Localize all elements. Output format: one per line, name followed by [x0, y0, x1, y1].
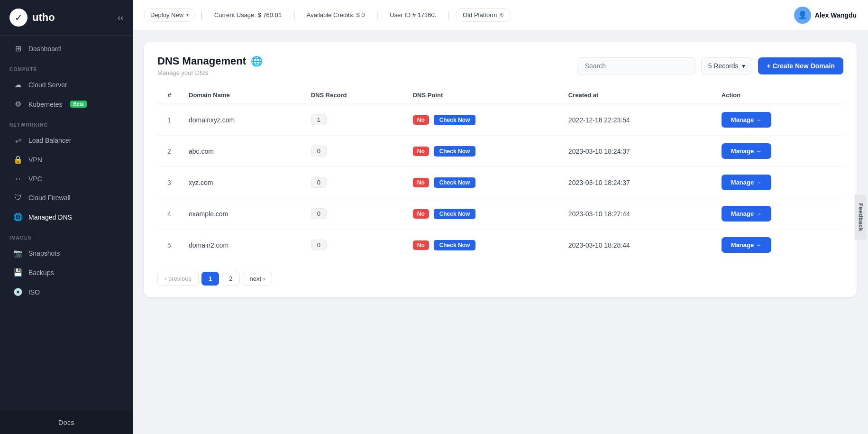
search-input[interactable]: [577, 57, 695, 74]
table-row: 3 xyz.com 0 No Check Now 2023-03-10 18:2…: [157, 167, 843, 198]
collapse-button[interactable]: ‹‹: [118, 13, 123, 23]
row-domain: domain2.com: [181, 230, 303, 261]
row-dns-point: No Check Now: [405, 104, 561, 136]
manage-button[interactable]: Manage →: [722, 112, 771, 128]
row-dns-record: 1: [303, 104, 405, 136]
card-actions: 5 Records ▾ + Create New Domain: [577, 57, 843, 74]
next-page-button[interactable]: next ›: [243, 272, 273, 286]
row-num: 2: [157, 136, 181, 167]
vpn-icon: 🔒: [13, 155, 23, 164]
card-title: DNS Management 🌐: [157, 55, 263, 67]
kubernetes-label: Kubernetes: [28, 101, 63, 108]
dns-record-badge: 0: [311, 240, 327, 250]
username-label: Alex Wangdu: [815, 11, 857, 19]
manage-button[interactable]: Manage →: [722, 237, 771, 253]
table-row: 5 domain2.com 0 No Check Now 2023-03-10 …: [157, 230, 843, 261]
sidebar-item-vpc[interactable]: ↔ VPC: [4, 170, 129, 188]
avatar: 👤: [794, 7, 811, 24]
logo-icon: ✓: [9, 9, 27, 27]
cloud-firewall-label: Cloud Firewall: [28, 194, 71, 202]
old-platform-icon: ⎋: [500, 11, 503, 18]
row-domain: abc.com: [181, 136, 303, 167]
sidebar-item-load-balancer[interactable]: ⇌ Load Balancer: [4, 131, 129, 149]
card-title-area: DNS Management 🌐 Manage your DNS: [157, 55, 263, 76]
sidebar-item-cloud-firewall[interactable]: 🛡 Cloud Firewall: [4, 189, 129, 207]
no-badge: No: [413, 178, 429, 187]
create-new-domain-button[interactable]: + Create New Domain: [758, 57, 843, 74]
row-domain: xyz.com: [181, 167, 303, 198]
topbar-sep-3: |: [376, 10, 378, 20]
manage-button[interactable]: Manage →: [722, 206, 771, 222]
sidebar-item-kubernetes[interactable]: ⚙ Kubernetes Beta: [4, 95, 129, 113]
snapshots-icon: 📷: [13, 249, 23, 258]
col-dns-point: DNS Point: [405, 87, 561, 104]
snapshots-label: Snapshots: [28, 249, 60, 257]
no-badge: No: [413, 115, 429, 125]
backups-label: Backups: [28, 269, 54, 277]
sidebar-item-iso[interactable]: 💿 ISO: [4, 283, 129, 301]
row-dns-record: 0: [303, 136, 405, 167]
page-1-button[interactable]: 1: [201, 272, 219, 286]
load-balancer-icon: ⇌: [13, 136, 23, 145]
vpn-label: VPN: [28, 156, 42, 164]
sidebar-item-backups[interactable]: 💾 Backups: [4, 263, 129, 282]
docs-button[interactable]: Docs: [0, 411, 133, 434]
sidebar-item-managed-dns[interactable]: 🌐 Managed DNS: [4, 208, 129, 226]
old-platform-button[interactable]: Old Platform ⎋: [456, 8, 511, 22]
sidebar-item-vpn[interactable]: 🔒 VPN: [4, 150, 129, 169]
vpc-label: VPC: [28, 175, 42, 183]
managed-dns-icon: 🌐: [13, 212, 23, 222]
sidebar-item-snapshots[interactable]: 📷 Snapshots: [4, 244, 129, 262]
check-now-button[interactable]: Check Now: [434, 240, 476, 250]
col-num: #: [157, 87, 181, 104]
page-2-button[interactable]: 2: [222, 272, 239, 286]
cloud-server-icon: ☁: [13, 80, 23, 89]
topbar-right: 👤 Alex Wangdu: [794, 7, 857, 24]
current-usage: Current Usage: $ 760.81: [209, 9, 287, 21]
check-now-button[interactable]: Check Now: [434, 177, 476, 188]
row-action: Manage →: [714, 230, 843, 261]
row-dns-point: No Check Now: [405, 167, 561, 198]
topbar-sep-1: |: [201, 10, 203, 20]
kubernetes-icon: ⚙: [13, 100, 23, 109]
feedback-tab[interactable]: Feedback: [854, 194, 867, 240]
check-now-button[interactable]: Check Now: [434, 115, 476, 125]
row-domain: domainxyz.com: [181, 104, 303, 136]
no-badge: No: [413, 147, 429, 156]
backups-icon: 💾: [13, 268, 23, 277]
col-dns-record: DNS Record: [303, 87, 405, 104]
cloud-server-label: Cloud Server: [28, 81, 67, 89]
row-action: Manage →: [714, 104, 843, 136]
manage-button[interactable]: Manage →: [722, 143, 771, 159]
row-dns-point: No Check Now: [405, 136, 561, 167]
row-dns-record: 0: [303, 198, 405, 230]
iso-label: ISO: [28, 288, 40, 296]
row-dns-record: 0: [303, 167, 405, 198]
previous-page-button[interactable]: ‹ previous: [157, 272, 199, 286]
main-area: Deploy New ▾ | Current Usage: $ 760.81 |…: [133, 0, 868, 434]
sidebar-item-cloud-server[interactable]: ☁ Cloud Server: [4, 75, 129, 94]
dashboard-label: Dashboard: [28, 45, 61, 53]
topbar: Deploy New ▾ | Current Usage: $ 760.81 |…: [133, 0, 868, 30]
row-created-at: 2023-03-10 18:24:37: [561, 136, 714, 167]
dns-record-badge: 0: [311, 146, 327, 157]
no-badge: No: [413, 240, 429, 250]
deploy-new-button[interactable]: Deploy New ▾: [144, 8, 195, 22]
available-credits: Available Credits: $ 0: [301, 9, 371, 21]
row-created-at: 2023-03-10 18:24:37: [561, 167, 714, 198]
sidebar: ✓ utho ‹‹ ⊞ Dashboard COMPUTE ☁ Cloud Se…: [0, 0, 133, 434]
row-action: Manage →: [714, 167, 843, 198]
sidebar-item-dashboard[interactable]: ⊞ Dashboard: [4, 39, 129, 58]
dns-record-badge: 0: [311, 177, 327, 188]
row-action: Manage →: [714, 198, 843, 230]
row-num: 3: [157, 167, 181, 198]
topbar-sep-4: |: [448, 10, 450, 20]
records-dropdown[interactable]: 5 Records ▾: [701, 57, 753, 74]
table-row: 1 domainxyz.com 1 No Check Now 2022-12-1…: [157, 104, 843, 136]
table-row: 4 example.com 0 No Check Now 2023-03-10 …: [157, 198, 843, 230]
sidebar-logo: ✓ utho ‹‹: [0, 0, 133, 36]
manage-button[interactable]: Manage →: [722, 175, 771, 190]
check-now-button[interactable]: Check Now: [434, 209, 476, 219]
check-now-button[interactable]: Check Now: [434, 146, 476, 157]
dashboard-icon: ⊞: [13, 44, 23, 53]
